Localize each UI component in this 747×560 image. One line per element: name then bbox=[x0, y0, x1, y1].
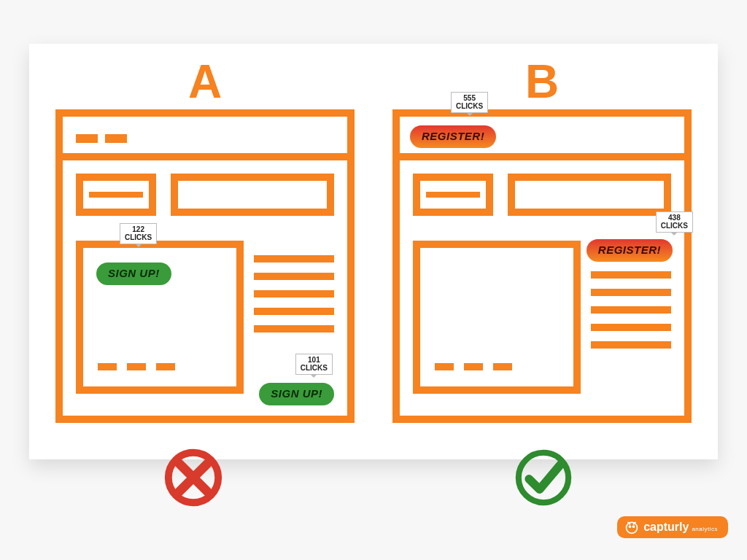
sidebar-box bbox=[76, 174, 156, 216]
sidebar-box bbox=[413, 174, 493, 216]
cta-register-secondary[interactable]: REGISTER! bbox=[587, 239, 673, 262]
text-lines bbox=[591, 271, 671, 349]
pass-icon bbox=[511, 445, 576, 510]
wireframe-b-header: REGISTER! bbox=[400, 117, 684, 160]
wireframe-b: REGISTER! 555CLICKS REGISTER! 438CLICKS bbox=[392, 109, 692, 423]
variant-a-label: A bbox=[188, 58, 222, 105]
variant-b-label: B bbox=[525, 58, 559, 105]
owl-icon bbox=[624, 520, 639, 534]
wireframe-a: SIGN UP! 122CLICKS SIGN UP! 101CLICKS bbox=[55, 109, 355, 423]
content-box bbox=[413, 241, 581, 394]
content-box: SIGN UP! bbox=[76, 241, 244, 394]
brand-tagline: analytics bbox=[692, 526, 718, 532]
wireframe-b-body: REGISTER! 438CLICKS bbox=[400, 160, 684, 416]
wireframe-a-header bbox=[63, 117, 347, 160]
text-lines bbox=[254, 255, 334, 332]
header-dash bbox=[105, 134, 127, 143]
cta-label: REGISTER! bbox=[598, 244, 661, 256]
wireframe-a-body: SIGN UP! 122CLICKS SIGN UP! 101CLICKS bbox=[63, 160, 347, 416]
header-dash bbox=[76, 134, 98, 143]
click-tooltip-b2: 438CLICKS bbox=[656, 211, 693, 233]
click-tooltip-a2: 101CLICKS bbox=[295, 354, 333, 375]
svg-point-4 bbox=[632, 525, 635, 528]
content-dashes bbox=[98, 363, 175, 370]
variant-b: B REGISTER! 555CLICKS RE bbox=[388, 58, 696, 438]
svg-point-3 bbox=[629, 525, 632, 528]
hero-box bbox=[171, 174, 334, 216]
brand-name: capturly bbox=[643, 521, 689, 534]
cta-label: REGISTER! bbox=[422, 130, 484, 142]
svg-point-2 bbox=[627, 522, 638, 533]
fail-icon bbox=[160, 445, 226, 510]
cta-register-primary[interactable]: REGISTER! bbox=[410, 125, 496, 148]
hero-box bbox=[508, 174, 671, 216]
cta-signup-secondary[interactable]: SIGN UP! bbox=[259, 383, 334, 405]
click-tooltip-a1: 122CLICKS bbox=[120, 223, 157, 244]
cta-label: SIGN UP! bbox=[271, 387, 322, 400]
click-tooltip-b1: 555CLICKS bbox=[451, 92, 488, 113]
cta-label: SIGN UP! bbox=[108, 267, 160, 279]
content-dashes bbox=[435, 363, 512, 370]
variant-a: A SIGN UP! 122CLICKS bbox=[51, 58, 359, 438]
comparison-card: A SIGN UP! 122CLICKS bbox=[29, 44, 718, 459]
cta-signup-primary[interactable]: SIGN UP! bbox=[96, 262, 171, 285]
brand-badge: capturly analytics bbox=[617, 516, 728, 538]
